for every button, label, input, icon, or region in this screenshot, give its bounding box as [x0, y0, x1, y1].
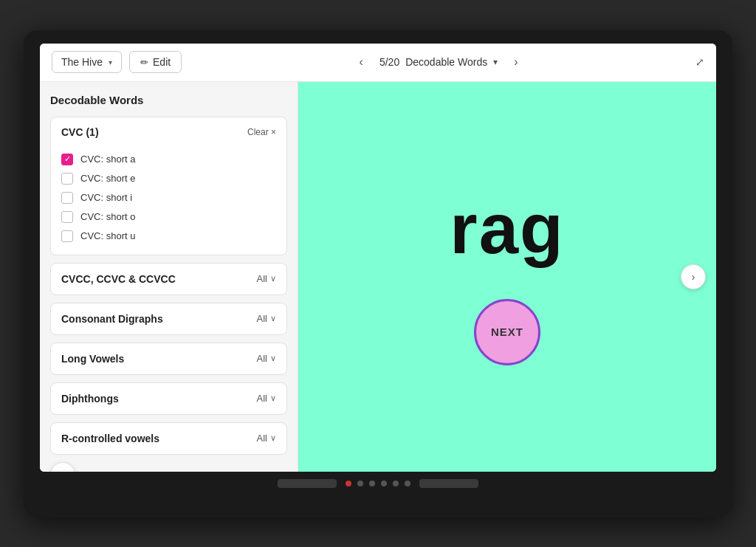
filter-section-consonant: Consonant Digraphs All ∨ — [50, 303, 287, 335]
tv-bottom — [40, 472, 716, 488]
option-cvc-short-a[interactable]: CVC: short a — [61, 150, 276, 169]
tv-power-dot — [346, 481, 351, 486]
sidebar: Decodable Words CVC (1) Clear × CVC: sho… — [40, 82, 298, 472]
panel-right-arrow[interactable]: › — [681, 264, 706, 289]
pencil-icon: ✏ — [140, 57, 148, 68]
filter-section-long-vowels: Long Vowels All ∨ — [50, 343, 287, 375]
option-cvc-short-e[interactable]: CVC: short e — [61, 169, 276, 188]
tv-screen: The Hive ▾ ✏ Edit ‹ 5/20 Decodable Words… — [40, 44, 716, 472]
label-cvc-short-i: CVC: short i — [80, 192, 132, 203]
filter-section-cvcc: CVCC, CCVC & CCVCC All ∨ — [50, 263, 287, 295]
label-cvc-short-o: CVC: short o — [80, 211, 135, 222]
clear-cvc-button[interactable]: Clear × — [247, 127, 276, 137]
filter-header-r-controlled[interactable]: R-controlled vowels All ∨ — [51, 423, 286, 454]
filter-label-long-vowels: Long Vowels — [61, 353, 124, 365]
tv-frame: The Hive ▾ ✏ Edit ‹ 5/20 Decodable Words… — [24, 30, 732, 517]
all-label-r-controlled: All — [257, 433, 267, 444]
nav-label: 5/20 Decodable Words ▾ — [379, 56, 498, 68]
checkbox-cvc-short-u[interactable] — [61, 230, 73, 242]
app-dropdown[interactable]: The Hive ▾ — [52, 51, 122, 73]
edit-label: Edit — [153, 56, 171, 68]
option-cvc-short-u[interactable]: CVC: short u — [61, 227, 276, 246]
tv-bottom-strip — [419, 479, 478, 488]
filter-section-cvc: CVC (1) Clear × CVC: short a CVC: short … — [50, 117, 287, 255]
filter-options-cvc: CVC: short a CVC: short e CVC: short i — [51, 147, 286, 255]
all-label-cvcc: All — [257, 273, 267, 284]
filter-label-diphthongs: Diphthongs — [61, 393, 119, 405]
all-badge-consonant: All ∨ — [257, 313, 276, 324]
nav-prev-button[interactable]: ‹ — [354, 52, 369, 72]
checkbox-cvc-short-i[interactable] — [61, 192, 73, 204]
nav-current: 5/20 — [379, 56, 399, 68]
tv-controls — [346, 481, 410, 486]
all-label-diphthongs: All — [257, 393, 267, 404]
filter-section-diphthongs: Diphthongs All ∨ — [50, 382, 287, 415]
chevron-down-icon-consonant: ∨ — [270, 314, 276, 323]
option-cvc-short-i[interactable]: CVC: short i — [61, 188, 276, 207]
nav-dropdown-icon[interactable]: ▾ — [493, 57, 498, 67]
word-display: rag — [450, 188, 564, 269]
all-badge-r-controlled: All ∨ — [257, 433, 276, 444]
filter-section-r-controlled: R-controlled vowels All ∨ — [50, 422, 287, 455]
expand-button[interactable]: ⤢ — [695, 56, 704, 68]
filter-label-cvc: CVC (1) — [61, 126, 99, 138]
checkbox-cvc-short-a[interactable] — [61, 154, 73, 165]
chevron-down-icon-r-controlled: ∨ — [270, 433, 276, 443]
all-badge-cvcc: All ∨ — [257, 273, 276, 284]
sidebar-title: Decodable Words — [50, 94, 287, 106]
tv-dot-1 — [357, 481, 363, 486]
filter-label-consonant: Consonant Digraphs — [61, 313, 163, 325]
checkbox-cvc-short-o[interactable] — [61, 211, 73, 223]
all-badge-diphthongs: All ∨ — [257, 393, 276, 404]
label-cvc-short-a: CVC: short a — [80, 154, 135, 165]
tv-dot-4 — [393, 481, 399, 486]
filter-header-cvc[interactable]: CVC (1) Clear × — [51, 117, 286, 147]
label-cvc-short-e: CVC: short e — [80, 173, 135, 184]
app-name: The Hive — [61, 56, 103, 68]
option-cvc-short-o[interactable]: CVC: short o — [61, 207, 276, 227]
label-cvc-short-u: CVC: short u — [80, 230, 135, 241]
all-badge-long-vowels: All ∨ — [257, 353, 276, 364]
tv-brand-strip — [278, 479, 337, 488]
nav-center: ‹ 5/20 Decodable Words ▾ › — [189, 52, 688, 72]
all-label-consonant: All — [257, 313, 267, 324]
filter-header-diphthongs[interactable]: Diphthongs All ∨ — [51, 383, 286, 414]
filter-label-r-controlled: R-controlled vowels — [61, 433, 159, 444]
filter-header-consonant[interactable]: Consonant Digraphs All ∨ — [51, 303, 286, 334]
tv-dot-5 — [405, 481, 410, 486]
next-button[interactable]: NEXT — [474, 299, 540, 365]
sidebar-collapse-button[interactable]: › — [50, 462, 75, 472]
tv-dot-2 — [369, 481, 375, 486]
nav-title: Decodable Words — [405, 56, 487, 68]
nav-next-button[interactable]: › — [508, 52, 523, 72]
filter-header-cvcc[interactable]: CVCC, CCVC & CCVCC All ∨ — [51, 264, 286, 295]
tv-dot-3 — [381, 481, 387, 486]
all-label-long-vowels: All — [257, 353, 267, 364]
chevron-down-icon-long-vowels: ∨ — [270, 354, 276, 363]
filter-label-cvcc: CVCC, CCVC & CCVCC — [61, 273, 176, 285]
edit-button[interactable]: ✏ Edit — [129, 51, 182, 73]
chevron-down-icon-diphthongs: ∨ — [270, 393, 276, 403]
dropdown-chevron-icon: ▾ — [109, 58, 112, 66]
filter-header-long-vowels[interactable]: Long Vowels All ∨ — [51, 343, 286, 374]
main-content: Decodable Words CVC (1) Clear × CVC: sho… — [40, 82, 716, 472]
top-bar: The Hive ▾ ✏ Edit ‹ 5/20 Decodable Words… — [40, 44, 716, 82]
checkbox-cvc-short-e[interactable] — [61, 173, 73, 185]
chevron-down-icon-cvcc: ∨ — [270, 274, 276, 283]
main-panel: rag NEXT › — [298, 82, 716, 472]
